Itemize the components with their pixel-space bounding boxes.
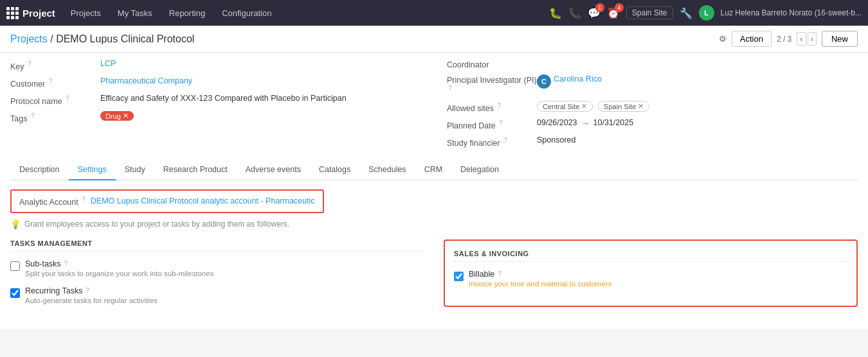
recurring-tasks-row: Recurring Tasks ? Auto-generate tasks fo…: [10, 286, 424, 304]
breadcrumb-current: DEMO Lupus Clinical Protocol: [56, 33, 194, 44]
tab-adverse-events[interactable]: Adverse events: [237, 160, 310, 180]
next-arrow[interactable]: ›: [808, 32, 817, 46]
sub-header-actions: ⚙ Action 2 / 3 ‹ › New: [719, 31, 858, 47]
clock-badge: 4: [615, 3, 624, 12]
sub-header: Projects / DEMO Lupus Clinical Protocol …: [0, 26, 868, 53]
form-right: Coordinator Principal Investigator (PI) …: [434, 59, 858, 153]
new-button[interactable]: New: [822, 31, 858, 47]
nav-my-tasks[interactable]: My Tasks: [111, 8, 159, 18]
field-customer: Customer ? Pharmaceutical Company: [10, 76, 421, 89]
tasks-panel: TASKS MANAGEMENT Sub-tasks ? Split your …: [10, 239, 424, 313]
sales-panel: SALES & INVOICING Billable ? Invoice you…: [444, 239, 858, 313]
nav-arrows: ‹ ›: [797, 32, 817, 46]
chat-icon[interactable]: 💬 1: [588, 7, 601, 19]
field-key: Key ? LCP: [10, 59, 421, 71]
clock-icon[interactable]: ⏰ 4: [607, 7, 620, 19]
field-allowed-sites: Allowed sites ? Central Site ✕ Spain Sit…: [447, 101, 858, 113]
sales-invoicing-box: SALES & INVOICING Billable ? Invoice you…: [444, 239, 858, 307]
analytic-value[interactable]: DEMO Lupus Clinical Protocol analytic ac…: [91, 196, 315, 205]
tab-description[interactable]: Description: [10, 160, 69, 180]
avatar[interactable]: L: [699, 5, 714, 21]
form-top: Key ? LCP Customer ? Pharmaceutical Comp…: [10, 59, 858, 153]
app-brand[interactable]: Project: [6, 7, 55, 19]
tab-research-product[interactable]: Research Product: [154, 160, 237, 180]
site-tag-spain[interactable]: Spain Site ✕: [598, 101, 649, 112]
nav-projects[interactable]: Projects: [64, 8, 107, 18]
action-button[interactable]: Action: [732, 31, 772, 47]
nav-configuration[interactable]: Configuration: [215, 8, 278, 18]
tab-study[interactable]: Study: [116, 160, 154, 180]
breadcrumb-separator: /: [50, 33, 56, 44]
tab-settings[interactable]: Settings: [69, 160, 116, 180]
subtasks-row: Sub-tasks ? Split your tasks to organize…: [10, 259, 424, 277]
main-content: Key ? LCP Customer ? Pharmaceutical Comp…: [0, 53, 868, 329]
field-coordinator: Coordinator: [447, 59, 858, 69]
field-planned-date: Planned Date ? 09/26/2023 → 10/31/2025: [447, 118, 858, 130]
analytic-account-box: Analytic Account ? DEMO Lupus Clinical P…: [10, 189, 324, 213]
breadcrumb: Projects / DEMO Lupus Clinical Protocol: [10, 33, 194, 45]
settings-panels: TASKS MANAGEMENT Sub-tasks ? Split your …: [10, 239, 858, 313]
tab-delegation[interactable]: Delegation: [451, 160, 508, 180]
site-tag-central[interactable]: Central Site ✕: [537, 101, 593, 112]
field-study-financier: Study financier ? Sponsored: [447, 135, 858, 148]
site-selector[interactable]: Spain Site: [626, 6, 673, 19]
navbar-right: 🐛 📞 💬 1 ⏰ 4 Spain Site 🔧 L Luz Helena Ba…: [549, 5, 862, 21]
phone-icon[interactable]: 📞: [568, 7, 581, 19]
analytic-label: Analytic Account ?: [19, 196, 86, 207]
date-arrow-icon: →: [581, 118, 590, 128]
bulb-icon: 💡: [10, 220, 21, 229]
settings-tab-content: Analytic Account ? DEMO Lupus Clinical P…: [10, 180, 858, 322]
hint-text: Grant employees access to your project o…: [24, 220, 289, 229]
form-left: Key ? LCP Customer ? Pharmaceutical Comp…: [10, 59, 434, 153]
billable-hint: Invoice your time and material to custom…: [469, 280, 611, 288]
billable-row: Billable ? Invoice your time and materia…: [454, 270, 847, 288]
subtasks-checkbox[interactable]: [10, 261, 20, 271]
breadcrumb-link[interactable]: Projects: [10, 33, 48, 44]
nav-reporting[interactable]: Reporting: [163, 8, 212, 18]
recurring-tasks-hint: Auto-generate tasks for regular activiti…: [25, 297, 158, 304]
tab-schedules[interactable]: Schedules: [359, 160, 415, 180]
bug-icon[interactable]: 🐛: [549, 7, 562, 19]
field-protocol-name: Protocol name ? Efficacy and Safety of X…: [10, 94, 421, 106]
billable-checkbox[interactable]: [454, 272, 464, 281]
recurring-tasks-label: Recurring Tasks ?: [25, 286, 158, 295]
tabs: Description Settings Study Research Prod…: [10, 160, 858, 180]
navbar: Project Projects My Tasks Reporting Conf…: [0, 0, 868, 26]
hint-row: 💡 Grant employees access to your project…: [10, 220, 858, 229]
gear-icon: ⚙: [719, 34, 727, 44]
page-count: 2 / 3: [777, 35, 791, 44]
tag-drug[interactable]: Drug ✕: [100, 111, 134, 121]
wrench-icon[interactable]: 🔧: [680, 7, 692, 19]
billable-label: Billable ?: [469, 270, 611, 279]
field-tags: Tags ? Drug ✕: [10, 111, 421, 123]
chat-badge: 1: [595, 3, 604, 12]
subtasks-hint: Split your tasks to organize your work i…: [25, 270, 213, 277]
pi-avatar: C: [537, 74, 551, 89]
tab-crm[interactable]: CRM: [415, 160, 451, 180]
prev-arrow[interactable]: ‹: [797, 32, 806, 46]
user-name: Luz Helena Barreto Norato (16-sweet-b...: [721, 8, 862, 17]
grid-icon: [6, 7, 19, 19]
tasks-panel-title: TASKS MANAGEMENT: [10, 239, 424, 252]
recurring-tasks-checkbox[interactable]: [10, 288, 20, 298]
app-name: Project: [23, 8, 55, 19]
subtasks-label: Sub-tasks ?: [25, 259, 213, 268]
sales-panel-title: SALES & INVOICING: [454, 250, 847, 262]
tab-catalogs[interactable]: Catalogs: [310, 160, 359, 180]
field-pi: Principal Investigator (PI) ? C Carolina…: [447, 74, 858, 96]
